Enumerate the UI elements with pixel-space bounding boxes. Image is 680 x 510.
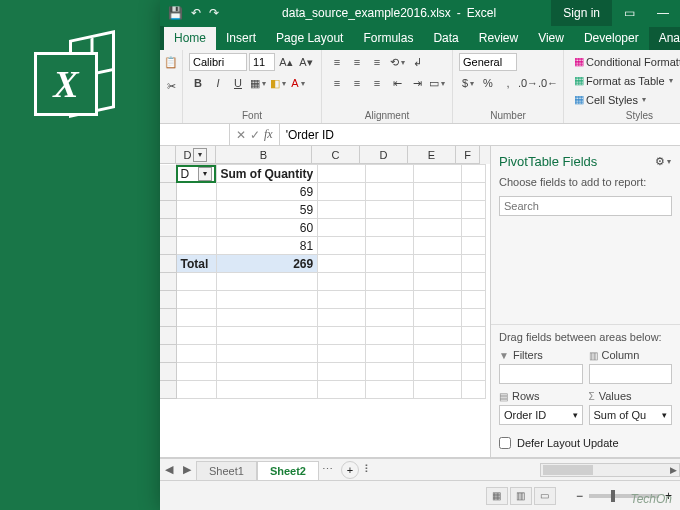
drag-hint: Drag fields between areas below: [499,331,672,343]
wrap-text-icon[interactable]: ↲ [408,53,426,71]
title-bar: 💾 ↶ ↷ data_source_example2016.xlsx - Exc… [160,0,680,26]
col-header[interactable]: E [408,146,456,164]
field-search-input[interactable] [499,196,672,216]
tab-page-layout[interactable]: Page Layout [266,27,353,50]
font-color-icon[interactable]: A [289,74,307,92]
undo-icon[interactable]: ↶ [191,6,201,20]
tab-developer[interactable]: Developer [574,27,649,50]
watermark: TechOn [630,492,672,506]
status-bar: ▦ ▥ ▭ −+ [160,480,680,510]
tab-analyze[interactable]: Analyze [649,27,680,50]
tab-data[interactable]: Data [423,27,468,50]
border-icon[interactable]: ▦ [249,74,267,92]
minimize-icon[interactable]: — [646,0,680,26]
cell-a3[interactable]: D▾ [176,165,216,183]
indent-inc-icon[interactable]: ⇥ [408,74,426,92]
select-all-corner[interactable] [160,146,176,164]
view-normal-icon[interactable]: ▦ [486,487,508,505]
save-icon[interactable]: 💾 [168,6,183,20]
values-icon: Σ [589,391,595,402]
sheet-tab-more-icon[interactable]: ⋯ [319,463,337,476]
filters-dropzone[interactable] [499,364,583,384]
redo-icon[interactable]: ↷ [209,6,219,20]
group-label-font: Font [189,109,315,121]
italic-icon[interactable]: I [209,74,227,92]
ribbon-tabs: Home Insert Page Layout Formulas Data Re… [160,26,680,50]
pane-subtitle: Choose fields to add to report: [491,176,680,192]
tab-view[interactable]: View [528,27,574,50]
formula-input[interactable] [280,128,680,142]
name-box[interactable] [160,124,230,145]
window-title: data_source_example2016.xlsx - Excel [227,0,551,26]
currency-icon[interactable]: $ [459,74,477,92]
defer-update-checkbox[interactable] [499,437,511,449]
cut-icon[interactable]: ✂ [162,77,180,95]
pane-options-icon[interactable]: ⚙ [654,152,672,170]
grow-font-icon[interactable]: A▴ [277,53,295,71]
col-header[interactable]: C [312,146,360,164]
inc-decimal-icon[interactable]: .0→ [519,74,537,92]
col-header[interactable]: D [360,146,408,164]
excel-logo: X [22,24,122,124]
values-dropzone[interactable]: Sum of Qu▾ [589,405,673,425]
merge-icon[interactable]: ▭ [428,74,446,92]
cell-styles-button[interactable]: ▦Cell Styles [570,91,650,108]
tab-insert[interactable]: Insert [216,27,266,50]
col-header[interactable]: F [456,146,480,164]
sign-in-button[interactable]: Sign in [551,0,612,26]
dec-decimal-icon[interactable]: .0← [539,74,557,92]
cell-b3[interactable]: Sum of Quantity [216,165,318,183]
worksheet[interactable]: D▾ B C D E F D▾ Sum of Quantity [160,146,490,457]
pane-title: PivotTable Fields [499,154,597,169]
filter-icon: ▼ [499,350,509,361]
align-center-icon[interactable]: ≡ [348,74,366,92]
row-filter-icon[interactable]: ▾ [198,167,212,181]
underline-icon[interactable]: U [229,74,247,92]
bold-icon[interactable]: B [189,74,207,92]
align-bottom-icon[interactable]: ≡ [368,53,386,71]
tab-home[interactable]: Home [164,27,216,50]
align-middle-icon[interactable]: ≡ [348,53,366,71]
font-name-select[interactable] [189,53,247,71]
col-header[interactable]: B [216,146,312,164]
indent-dec-icon[interactable]: ⇤ [388,74,406,92]
percent-icon[interactable]: % [479,74,497,92]
ribbon: 📋 ✂ A▴ A▾ B I U [160,50,680,124]
enter-fx-icon[interactable]: ✓ [250,128,260,142]
defer-update-label: Defer Layout Update [517,437,619,449]
columns-dropzone[interactable] [589,364,673,384]
pivottable-fields-pane: PivotTable Fields ⚙ Choose fields to add… [490,146,680,457]
view-pagelayout-icon[interactable]: ▥ [510,487,532,505]
add-sheet-button[interactable]: + [341,461,359,479]
horizontal-scrollbar[interactable]: ◀▶ [540,463,680,477]
cancel-fx-icon[interactable]: ✕ [236,128,246,142]
formula-bar: ✕ ✓ fx [160,124,680,146]
sheet-tab[interactable]: Sheet1 [196,461,257,481]
align-left-icon[interactable]: ≡ [328,74,346,92]
columns-icon: ▥ [589,350,598,361]
ribbon-display-icon[interactable]: ▭ [612,0,646,26]
rows-dropzone[interactable]: Order ID▾ [499,405,583,425]
sheet-tab[interactable]: Sheet2 [257,461,319,481]
font-size-select[interactable] [249,53,275,71]
conditional-formatting-button[interactable]: ▦Conditional Formatting [570,53,680,70]
shrink-font-icon[interactable]: A▾ [297,53,315,71]
number-format-select[interactable] [459,53,517,71]
sheet-nav-prev-icon[interactable]: ◀ [160,463,178,476]
align-top-icon[interactable]: ≡ [328,53,346,71]
rows-icon: ▤ [499,391,508,402]
col-header[interactable]: D▾ [176,146,216,164]
fill-color-icon[interactable]: ◧ [269,74,287,92]
group-label-number: Number [459,109,557,121]
view-pagebreak-icon[interactable]: ▭ [534,487,556,505]
fx-icon[interactable]: fx [264,127,273,142]
tab-review[interactable]: Review [469,27,528,50]
filter-icon[interactable]: ▾ [193,148,207,162]
orientation-icon[interactable]: ⟲ [388,53,406,71]
format-table-button[interactable]: ▦Format as Table [570,72,677,89]
tab-formulas[interactable]: Formulas [353,27,423,50]
align-right-icon[interactable]: ≡ [368,74,386,92]
sheet-nav-next-icon[interactable]: ▶ [178,463,196,476]
comma-icon[interactable]: , [499,74,517,92]
paste-icon[interactable]: 📋 [162,53,180,71]
